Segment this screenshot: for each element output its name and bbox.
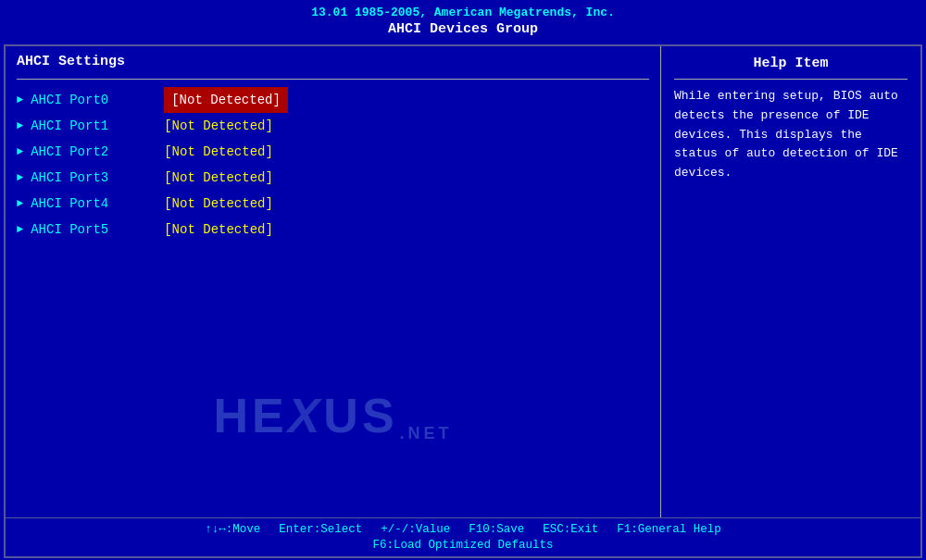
hotkey-key-save: F10: — [469, 523, 496, 536]
hotkey-help: F1:General Help — [617, 523, 721, 536]
port-item-2[interactable]: ► AHCI Port2 — [17, 139, 108, 165]
help-title: Help Item — [674, 56, 907, 71]
port-value-4: [Not Detected] — [164, 191, 288, 217]
watermark-text: HEXUS — [213, 389, 397, 442]
copyright-text: 13.01 1985-2005, American Megatrends, In… — [0, 6, 926, 19]
arrow-icon-0: ► — [17, 93, 23, 106]
port-label-3: AHCI Port3 — [31, 170, 108, 185]
arrow-icon-4: ► — [17, 197, 23, 210]
port-value-0: [Not Detected] — [164, 87, 288, 113]
top-header: 13.01 1985-2005, American Megatrends, In… — [0, 0, 926, 41]
port-label-1: AHCI Port1 — [31, 118, 108, 133]
port-value-1: [Not Detected] — [164, 113, 288, 139]
port-value-2: [Not Detected] — [164, 139, 288, 165]
port-label-2: AHCI Port2 — [31, 144, 108, 159]
port-item-5[interactable]: ► AHCI Port5 — [17, 217, 108, 243]
arrow-icon-1: ► — [17, 119, 23, 132]
bios-screen: 13.01 1985-2005, American Megatrends, In… — [0, 0, 926, 560]
port-value-5: [Not Detected] — [164, 217, 288, 243]
port-item-1[interactable]: ► AHCI Port1 — [17, 113, 108, 139]
port-value-3: [Not Detected] — [164, 165, 288, 191]
hotkey-select: Enter:Select — [279, 523, 362, 536]
hotkey-key-move: ↑↓↔: — [205, 523, 232, 536]
hotkey-defaults: F6:Load Optimized Defaults — [372, 539, 553, 552]
port-label-5: AHCI Port5 — [31, 222, 108, 237]
port-label-0: AHCI Port0 — [31, 93, 108, 107]
hotkey-key-value: +/-/: — [381, 523, 416, 536]
hotkey-key-exit: ESC: — [543, 523, 570, 536]
arrow-icon-3: ► — [17, 171, 23, 184]
watermark: HEXUS.NET — [213, 388, 452, 443]
help-divider — [674, 79, 907, 80]
divider — [17, 79, 649, 80]
hotkey-exit: ESC:Exit — [543, 523, 598, 536]
arrow-icon-5: ► — [17, 223, 23, 236]
port-values: [Not Detected] [Not Detected] [Not Detec… — [164, 87, 288, 243]
right-panel: Help Item While entering setup, BIOS aut… — [661, 46, 920, 517]
port-item-3[interactable]: ► AHCI Port3 — [17, 165, 108, 191]
section-title: AHCI Settings — [17, 54, 649, 69]
port-item-4[interactable]: ► AHCI Port4 — [17, 191, 108, 217]
hotkey-key-help: F1: — [617, 523, 638, 536]
hotkey-key-select: Enter: — [279, 523, 320, 536]
hotkey-save: F10:Save — [469, 523, 524, 536]
hotkey-key-defaults: F6: — [372, 539, 394, 552]
left-panel: AHCI Settings ► AHCI Port0 ► AHCI Port1 — [6, 46, 661, 517]
port-item-0[interactable]: ► AHCI Port0 — [17, 87, 108, 113]
group-title: AHCI Devices Group — [0, 21, 926, 37]
watermark-suffix: .NET — [400, 424, 453, 442]
port-label-4: AHCI Port4 — [31, 196, 108, 211]
arrow-icon-2: ► — [17, 145, 23, 158]
ports-container: ► AHCI Port0 ► AHCI Port1 ► AHCI Port2 — [17, 87, 649, 243]
hotkey-value: +/-/:Value — [381, 523, 450, 536]
hotkey-move: ↑↓↔:Move — [205, 523, 260, 536]
inner-content: AHCI Settings ► AHCI Port0 ► AHCI Port1 — [6, 46, 920, 517]
main-frame: AHCI Settings ► AHCI Port0 ► AHCI Port1 — [4, 44, 922, 558]
hotkeys-row-2: F6:Load Optimized Defaults — [15, 539, 911, 552]
port-names: ► AHCI Port0 ► AHCI Port1 ► AHCI Port2 — [17, 87, 108, 243]
footer-area: ↑↓↔:Move Enter:Select +/-/:Value F10:Sav… — [6, 517, 920, 556]
hotkeys-row: ↑↓↔:Move Enter:Select +/-/:Value F10:Sav… — [15, 523, 911, 536]
help-text: While entering setup, BIOS auto detects … — [674, 87, 907, 183]
